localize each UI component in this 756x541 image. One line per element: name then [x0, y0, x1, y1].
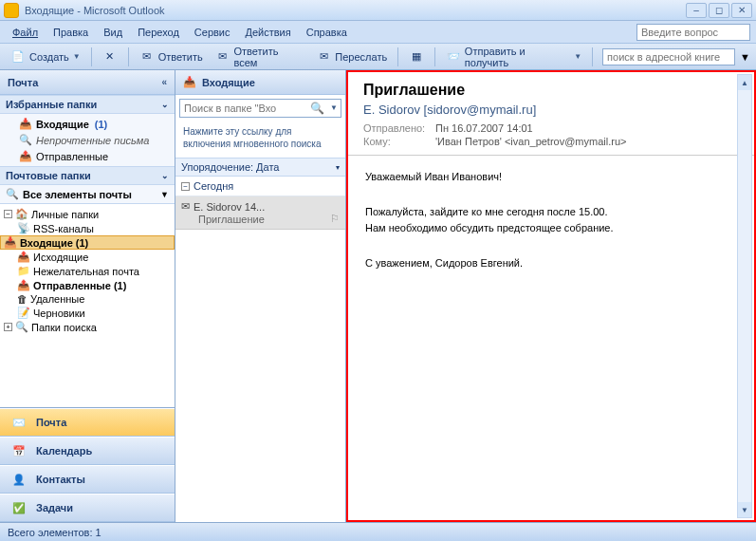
trash-icon: 🗑: [17, 293, 28, 305]
junk-icon: 📁: [17, 265, 30, 277]
fav-unread[interactable]: 🔍 Непрочтенные письма: [0, 132, 175, 148]
menu-file[interactable]: Файл: [6, 24, 45, 41]
reply-all-button[interactable]: ✉ Ответить всем: [211, 44, 309, 70]
tree-personal-folders[interactable]: −🏠Личные папки: [0, 207, 175, 221]
mail-icon: ✉️: [9, 413, 28, 432]
new-mail-icon: 📄: [10, 49, 26, 65]
nav-buttons: ✉️Почта 📅Календарь 👤Контакты ✅Задачи: [0, 407, 175, 522]
fav-sent[interactable]: 📤 Отправленные: [0, 148, 175, 164]
chevron-down-icon[interactable]: ▼: [740, 51, 750, 63]
message-item[interactable]: ✉ E. Sidorov 14... Приглашение ⚐: [175, 196, 345, 230]
search-icon: 🔍: [6, 188, 19, 200]
forward-icon: ✉: [316, 49, 331, 65]
reply-button[interactable]: ✉ Ответить: [135, 47, 208, 66]
menu-view[interactable]: Вид: [97, 24, 129, 41]
collapse-icon[interactable]: −: [4, 210, 12, 218]
maximize-button[interactable]: ◻: [709, 3, 729, 18]
outlook-icon: [4, 3, 19, 18]
drafts-icon: 📝: [17, 307, 30, 319]
folder-tree: −🏠Личные папки 📡RSS-каналы 📥Входящие (1)…: [0, 204, 175, 337]
nav-btn-calendar[interactable]: 📅Календарь: [0, 437, 175, 465]
chevron-icon: ⌄: [161, 100, 169, 109]
chevron-icon: ⌄: [161, 171, 169, 180]
collapse-icon[interactable]: −: [181, 182, 190, 191]
delete-button[interactable]: ✕: [98, 47, 122, 66]
menu-go[interactable]: Переход: [131, 24, 186, 41]
expand-icon[interactable]: +: [4, 323, 12, 331]
search-icon[interactable]: 🔍: [310, 102, 324, 115]
send-receive-button[interactable]: 📨 Отправить и получить ▼: [441, 44, 586, 70]
to-value: 'Иван Петров' <ivan_petrov@mymail.ru>: [435, 136, 626, 147]
inbox-icon: 📥: [183, 76, 196, 88]
status-total-items: Всего элементов: 1: [8, 527, 101, 538]
sent-label: Отправлено:: [363, 122, 430, 134]
favorites-header[interactable]: Избранные папки ⌄: [0, 95, 175, 114]
menu-tools[interactable]: Сервис: [188, 24, 237, 41]
categorize-button[interactable]: ▦: [404, 47, 429, 66]
nav-btn-tasks[interactable]: ✅Задачи: [0, 494, 175, 522]
nav-header-mail: Почта «: [0, 70, 175, 95]
message-list-pane: 📥 Входящие 🔍 ▼ Нажмите эту ссылку для вк…: [175, 70, 346, 522]
menu-bar: Файл Правка Вид Переход Сервис Действия …: [0, 21, 756, 44]
scrollbar[interactable]: ▲ ▼: [737, 74, 752, 518]
scroll-up-icon[interactable]: ▲: [738, 75, 751, 90]
tree-inbox[interactable]: 📥Входящие (1): [0, 235, 175, 250]
create-button[interactable]: 📄 Создать ▼: [6, 47, 85, 66]
tree-junk[interactable]: 📁Нежелательная почта: [0, 264, 175, 278]
forward-label: Переслать: [335, 51, 387, 63]
tasks-icon: ✅: [9, 498, 28, 517]
sent-icon: 📤: [19, 150, 32, 162]
close-button[interactable]: ✕: [731, 3, 752, 18]
rss-icon: 📡: [17, 222, 30, 234]
sent-value: Пн 16.07.2007 14:01: [435, 122, 533, 134]
message-from: E. Sidorov [sidorov@mymail.ru]: [363, 103, 739, 117]
status-bar: Всего элементов: 1: [0, 522, 756, 541]
tree-rss[interactable]: 📡RSS-каналы: [0, 221, 175, 235]
search-folder-icon: 🔍: [19, 134, 32, 146]
reply-icon: ✉: [139, 49, 155, 65]
group-today[interactable]: − Сегодня: [175, 177, 345, 196]
create-label: Создать: [29, 51, 69, 63]
search-folder-icon: 🔍: [15, 321, 28, 333]
instant-search-hint[interactable]: Нажмите эту ссылку для включения мгновен…: [179, 121, 341, 154]
title-bar: Входящие - Microsoft Outlook – ◻ ✕: [0, 0, 756, 21]
message-subject: Приглашение: [198, 214, 265, 225]
nav-btn-mail[interactable]: ✉️Почта: [0, 408, 175, 437]
tree-sent[interactable]: 📤Отправленные (1): [0, 278, 175, 292]
to-label: Кому:: [363, 136, 430, 147]
message-body: Уважаемый Иван Иванович! Пожалуйста, зай…: [348, 156, 754, 520]
collapse-chevron-icon[interactable]: «: [161, 77, 167, 87]
chevron-down-icon: ▼: [160, 190, 169, 199]
flag-icon[interactable]: ⚐: [330, 213, 340, 225]
chevron-down-icon[interactable]: ▼: [330, 103, 338, 112]
tree-deleted[interactable]: 🗑Удаленные: [0, 292, 175, 306]
nav-btn-contacts[interactable]: 👤Контакты: [0, 465, 175, 494]
inbox-icon: 📥: [19, 118, 32, 130]
help-question-input[interactable]: [636, 24, 750, 41]
menu-actions[interactable]: Действия: [239, 24, 298, 41]
message-subject: Приглашение: [363, 82, 739, 99]
inbox-icon: 📥: [4, 236, 17, 249]
tree-drafts[interactable]: 📝Черновики: [0, 306, 175, 320]
chevron-down-icon: ▾: [336, 163, 340, 172]
window-title: Входящие - Microsoft Outlook: [25, 5, 686, 16]
address-book-search-input[interactable]: [602, 48, 735, 65]
arrange-by-bar[interactable]: Упорядочение: Дата ▾: [175, 158, 345, 177]
all-mail-items[interactable]: 🔍 Все элементы почты ▼: [0, 185, 175, 204]
delete-icon: ✕: [102, 49, 118, 65]
reply-label: Ответить: [158, 51, 203, 63]
chevron-down-icon: ▼: [73, 52, 81, 61]
fav-inbox[interactable]: 📥 Входящие (1): [0, 116, 175, 132]
scroll-down-icon[interactable]: ▼: [738, 502, 751, 517]
menu-help[interactable]: Справка: [300, 24, 354, 41]
calendar-icon: 📅: [9, 441, 28, 460]
mail-folders-header[interactable]: Почтовые папки ⌄: [0, 166, 175, 185]
tree-outbox[interactable]: 📤Исходящие: [0, 250, 175, 264]
message-list-header: 📥 Входящие: [175, 70, 345, 95]
minimize-button[interactable]: –: [686, 3, 707, 18]
menu-edit[interactable]: Правка: [46, 24, 95, 41]
categorize-icon: ▦: [409, 49, 424, 65]
forward-button[interactable]: ✉ Переслать: [311, 47, 392, 66]
message-header: Приглашение E. Sidorov [sidorov@mymail.r…: [348, 72, 754, 156]
tree-search-folders[interactable]: +🔍Папки поиска: [0, 320, 175, 334]
